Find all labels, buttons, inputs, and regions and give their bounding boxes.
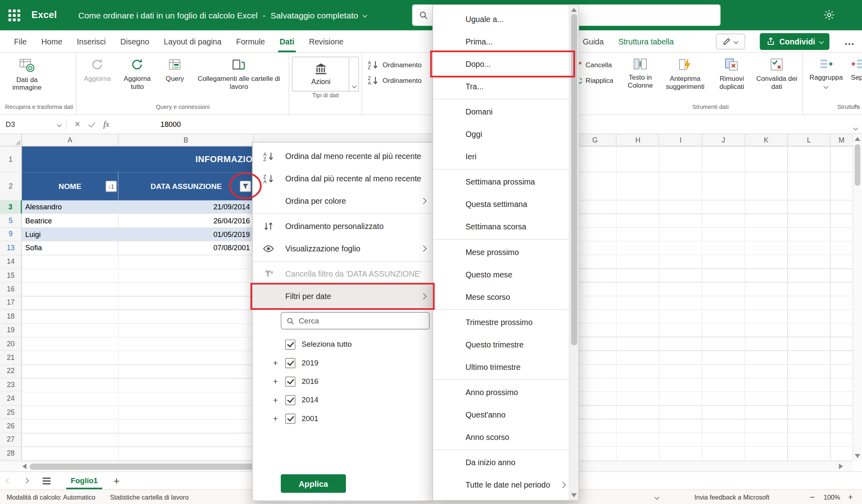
cell-date[interactable]: 01/05/2019 [119,228,254,241]
aggiorna-tutto-button[interactable]: Aggiorna tutto [117,55,158,90]
formula-bar-value[interactable]: 18000 [161,120,181,129]
year-filter-row[interactable]: + 2001 [273,409,432,428]
row-header[interactable]: 26 [0,420,22,433]
date-filter-option[interactable]: Settimana scorsa [433,215,569,238]
date-filter-option[interactable]: Oggi [433,123,569,145]
tab-inserisci[interactable]: Inserisci [70,30,113,52]
vertical-scrollbar[interactable] [852,134,862,461]
date-filter-option[interactable]: Anno prossimo [433,381,569,404]
date-filter-option[interactable]: Questa settimana [433,193,569,215]
date-filter-option[interactable]: Prima... [433,30,569,53]
save-status-chevron-icon[interactable] [362,13,367,17]
row-header[interactable]: 9 [0,228,22,241]
empty-cells-right[interactable] [574,147,852,461]
year-checkbox-checked[interactable] [285,358,295,368]
row-header[interactable]: 24 [0,392,22,406]
separa-button[interactable]: Separa [848,55,862,81]
collapse-ribbon-chevron-icon[interactable] [854,100,857,110]
status-summary-chevron-icon[interactable] [655,495,659,499]
date-filter-option[interactable]: Dopo... [433,53,569,75]
workbook-statistics[interactable]: Statistiche cartella di lavoro [110,494,189,500]
row-header[interactable]: 3 [0,201,22,214]
settings-gear-icon[interactable] [823,9,835,23]
year-checkbox-checked[interactable] [285,376,295,386]
share-button[interactable]: Condividi [760,33,829,50]
nome-filter-sort-button[interactable]: ↓1 [106,181,117,192]
submenu-scrollbar[interactable] [569,5,579,500]
row-header[interactable]: 20 [0,337,22,351]
row-header[interactable]: 1 [0,147,22,172]
row-header[interactable]: 2 [0,172,22,200]
row-header[interactable]: 22 [0,365,22,378]
save-status[interactable]: Salvataggio completato [271,10,358,20]
scroll-up-arrow-icon[interactable] [571,8,577,12]
add-sheet-button[interactable]: + [113,474,120,487]
raggruppa-button[interactable]: Raggruppa [806,55,846,88]
tab-layout-di-pagina[interactable]: Layout di pagina [157,30,229,52]
table-title-cell[interactable]: INFORMAZIO [22,147,254,172]
row-header[interactable]: 14 [0,255,22,269]
header-cell-nome[interactable]: NOME ↓1 [22,172,119,200]
editing-mode-button[interactable] [716,33,745,49]
previous-sheet-chevron-icon[interactable] [6,478,12,484]
ribbon-overflow-button[interactable]: … [844,35,855,48]
date-filter-option[interactable]: Uguale a... [433,8,569,30]
column-header-b[interactable]: B [119,134,254,147]
row-header[interactable]: 25 [0,406,22,419]
date-filter-option[interactable]: Ieri [433,145,569,168]
year-checkbox-checked[interactable] [285,414,295,424]
menu-custom-sort[interactable]: Ordinamento personalizzato [253,215,432,237]
zoom-in-button[interactable]: + [848,492,853,502]
cell-date[interactable]: 26/04/2016 [119,214,254,227]
row-header[interactable]: 21 [0,351,22,365]
date-filter-option[interactable]: Ultimo trimestre [433,356,569,378]
zoom-level[interactable]: 100% [824,494,840,500]
testo-in-colonne-button[interactable]: Testo in Colonne [621,55,659,90]
row-header[interactable]: 17 [0,296,22,310]
date-filter-option[interactable]: Questo mese [433,263,569,286]
cell-date[interactable]: 07/08/2001 [119,241,254,255]
cell-name[interactable]: Luigi [22,228,119,241]
menu-filtri-per-date[interactable]: Filtri per date [253,285,432,307]
apply-button[interactable]: Applica [281,474,346,493]
anteprima-suggerimenti-button[interactable]: Anteprima suggerimenti [661,55,710,90]
year-filter-row[interactable]: + 2019 [273,353,432,372]
vertical-scrollbar-thumb[interactable] [855,144,860,186]
scroll-down-arrow-icon[interactable] [571,493,577,497]
year-checkbox-checked[interactable] [285,395,295,405]
date-filter-option[interactable]: Trimestre prossimo [433,311,569,333]
date-filter-option[interactable]: Tra... [433,75,569,98]
ordinamento-desc-button[interactable]: ZA Ordinamento [365,74,424,88]
name-box[interactable]: D3 [0,115,66,133]
row-header[interactable]: 18 [0,310,22,323]
tab-struttura-tabella[interactable]: Struttura tabella [611,30,681,52]
date-filter-option[interactable]: Anno scorso [433,426,569,448]
header-cell-data-assunzione[interactable]: DATA ASSUNZIONE [119,172,254,200]
zoom-out-button[interactable]: − [810,492,815,502]
scroll-left-arrow-icon[interactable] [22,464,26,469]
cell-date[interactable]: 21/09/2014 [119,201,254,214]
column-header[interactable]: K [745,134,788,147]
column-header[interactable]: G [574,134,617,147]
cell-name[interactable]: Beatrice [22,214,119,227]
row-header[interactable]: 13 [0,241,22,255]
column-header[interactable]: I [659,134,702,147]
all-sheets-menu-icon[interactable] [43,477,51,484]
row-header[interactable]: 5 [0,214,22,228]
tab-disegno[interactable]: Disegno [113,30,157,52]
column-header[interactable]: H [617,134,659,147]
column-header[interactable]: M [831,134,853,147]
document-title-text[interactable]: Come ordinare i dati in un foglio di cal… [78,10,258,20]
select-all-corner[interactable] [0,134,22,147]
select-all-checkbox-checked[interactable] [285,339,295,349]
tab-dati-active[interactable]: Dati [272,30,302,52]
expand-year-button[interactable]: + [273,377,285,386]
confirm-entry-icon[interactable] [88,120,95,127]
data-assunzione-filter-button[interactable] [240,181,251,192]
expand-formula-bar-chevron-icon[interactable] [854,122,857,131]
row-header[interactable]: 27 [0,433,22,447]
app-launcher-waffle-icon[interactable] [8,9,20,21]
date-filter-option[interactable]: Mese scorso [433,286,569,308]
tab-file[interactable]: File [7,30,34,52]
menu-sort-newest-to-oldest[interactable]: ZA Ordina dal più recente al meno recent… [253,167,432,190]
